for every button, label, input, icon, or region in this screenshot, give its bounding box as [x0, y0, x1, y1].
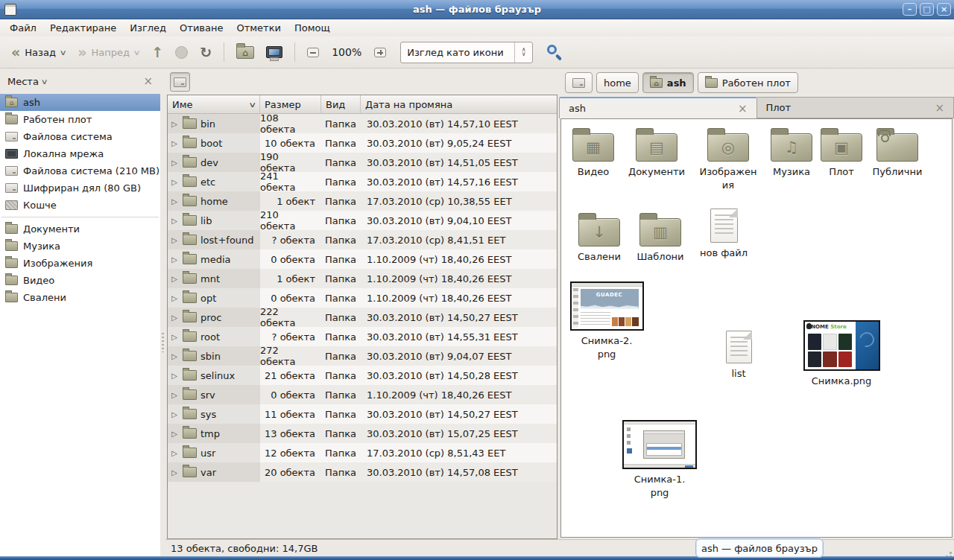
column-header-date[interactable]: Дата на промяна [361, 95, 557, 113]
sidebar-item-network[interactable]: Локална мрежа [0, 145, 160, 162]
table-row[interactable]: ▷bin108 обектаПапка30.03.2010 (вт) 14,57… [168, 114, 557, 133]
sidebar-item-pictures[interactable]: Изображения [0, 255, 160, 272]
menu-file[interactable]: Файл [3, 20, 43, 36]
breadcrumb-root[interactable] [565, 72, 593, 93]
table-row[interactable]: ▷dev190 обектаПапка30.03.2010 (вт) 14,51… [168, 153, 557, 172]
expander-icon[interactable]: ▷ [170, 178, 179, 186]
sidebar-item-desktop[interactable]: Работен плот [0, 111, 160, 128]
stop-button[interactable] [170, 43, 193, 62]
close-button[interactable]: × [937, 3, 951, 16]
breadcrumb-ash[interactable]: ⌂ ash [642, 72, 694, 93]
expander-icon[interactable]: ▷ [170, 236, 179, 244]
table-row[interactable]: ▷lib210 обектаПапка30.03.2010 (вт) 9,04,… [168, 211, 557, 230]
combo-spin-icon[interactable]: ∧∨ [514, 42, 532, 63]
table-row[interactable]: ▷boot10 обектаПапка30.03.2010 (вт) 9,05,… [168, 133, 557, 153]
sidebar-header-label[interactable]: Места [7, 76, 39, 87]
table-row[interactable]: ▷sys11 обектаПапка30.03.2010 (вт) 14,50,… [168, 404, 557, 424]
expander-icon[interactable]: ▷ [170, 352, 179, 360]
expander-icon[interactable]: ▷ [170, 333, 179, 341]
table-row[interactable]: ▷usr12 обектаПапка17.03.2010 (ср) 8,51,4… [168, 443, 557, 462]
forward-button[interactable]: » Напред ∨ [72, 43, 145, 61]
expander-icon[interactable]: ▷ [170, 294, 179, 302]
breadcrumb-home[interactable]: home [596, 72, 639, 93]
column-header-size[interactable]: Размер [260, 95, 321, 113]
sidebar-item-music[interactable]: Музика [0, 238, 160, 255]
folder-public[interactable]: Публични [867, 127, 928, 179]
zoom-out-button[interactable] [302, 45, 324, 60]
expander-icon[interactable]: ▷ [170, 217, 179, 225]
menu-edit[interactable]: Редактиране [43, 20, 123, 36]
breadcrumb-desktop[interactable]: Работен плот [698, 72, 798, 93]
search-button[interactable] [545, 43, 563, 61]
table-row[interactable]: ▷mnt1 обектПапка1.10.2009 (чт) 18,40,26 … [168, 269, 557, 288]
sidebar-close-icon[interactable]: × [143, 74, 153, 88]
sidebar-header-caret-icon[interactable]: ∨ [40, 77, 48, 86]
computer-button[interactable] [261, 43, 288, 61]
sidebar-item-filesystem[interactable]: Файлова система [0, 128, 160, 145]
sidebar-item-video[interactable]: Видео [0, 272, 160, 289]
folder-video[interactable]: ▦ Видео [566, 127, 621, 179]
up-button[interactable]: ↑ [146, 43, 168, 61]
expander-icon[interactable]: ▷ [170, 449, 179, 457]
minimize-button[interactable]: – [903, 3, 917, 16]
folder-pictures[interactable]: ◎ Изображения [695, 127, 761, 191]
tab-close-icon[interactable]: × [738, 102, 748, 115]
folder-music[interactable]: ♫ Музика [762, 127, 821, 179]
folder-documents[interactable]: ▤ Документи [622, 127, 691, 179]
expander-icon[interactable]: ▷ [170, 255, 179, 264]
table-row[interactable]: ▷srv0 обектаПапка1.10.2009 (чт) 18,40,26… [168, 385, 557, 404]
expander-icon[interactable]: ▷ [170, 197, 179, 206]
sidebar-item-trash[interactable]: Кошче [0, 197, 160, 214]
table-row[interactable]: ▷sbin272 обектаПапка30.03.2010 (вт) 9,04… [168, 346, 557, 366]
view-mode-select[interactable]: Изглед като икони ∧∨ [400, 42, 533, 63]
zoom-in-button[interactable] [369, 45, 391, 60]
table-row[interactable]: ▷tmp13 обектаПапка30.03.2010 (вт) 15,07,… [168, 424, 557, 443]
column-header-name[interactable]: Име ∨ [168, 95, 260, 113]
expander-icon[interactable]: ▷ [170, 372, 179, 380]
table-row[interactable]: ▷lost+found? обектаПапка17.03.2010 (ср) … [168, 230, 557, 249]
root-location-button[interactable] [170, 72, 190, 92]
folder-templates[interactable]: ▥ Шаблони [631, 211, 689, 264]
table-row[interactable]: ▷proc222 обектаПапка30.03.2010 (вт) 14,5… [168, 308, 557, 327]
table-row[interactable]: ▷selinux21 обектаПапка30.03.2010 (вт) 14… [168, 366, 557, 385]
expander-icon[interactable]: ▷ [170, 275, 179, 283]
tab-ash[interactable]: ash × [559, 97, 757, 118]
pane-splitter[interactable] [160, 69, 165, 556]
menu-bookmarks[interactable]: Отметки [230, 20, 287, 36]
tab-plot[interactable]: Плот × [757, 97, 954, 118]
folder-downloads[interactable]: ↓ Свалени [572, 211, 627, 264]
expander-icon[interactable]: ▷ [170, 120, 179, 128]
folder-desktop[interactable]: ▣ Плот [818, 127, 865, 179]
table-row[interactable]: ▷root? обектаПапка30.03.2010 (вт) 14,55,… [168, 327, 557, 346]
expander-icon[interactable]: ▷ [170, 139, 179, 147]
file-snimka-1-png[interactable]: Снимка-1.png [621, 420, 698, 499]
expander-icon[interactable]: ▷ [170, 430, 179, 438]
home-button[interactable]: ⌂ [231, 43, 259, 62]
titlebar[interactable]: ash — файлов браузър – □ × [0, 0, 954, 19]
taskbar-window-button[interactable]: ash — файлов браузър [695, 538, 824, 558]
table-row[interactable]: ▷home1 обектПапка17.03.2010 (ср) 10,38,5… [168, 191, 557, 211]
expander-icon[interactable]: ▷ [170, 468, 179, 477]
file-new-file[interactable]: нов файл [694, 209, 754, 260]
menu-go[interactable]: Отиване [173, 20, 230, 36]
sidebar-item-downloads[interactable]: Свалени [0, 289, 160, 306]
file-list[interactable]: list [709, 331, 768, 381]
sidebar-item-encrypted-80gb[interactable]: Шифриран дял (80 GB) [0, 179, 160, 197]
table-row[interactable]: ▷media0 обектаПапка1.10.2009 (чт) 18,40,… [168, 249, 557, 269]
expander-icon[interactable]: ▷ [170, 391, 179, 399]
sidebar-item-ash[interactable]: ⌂ ash [0, 94, 160, 111]
sidebar-item-filesystem-210mb[interactable]: Файлова система (210 MB) [0, 162, 160, 179]
file-snimka-2-png[interactable]: GUADEC Снимка-2.png [569, 281, 645, 360]
table-row[interactable]: ▷var20 обектаПапка30.03.2010 (вт) 14,57,… [168, 462, 557, 482]
expander-icon[interactable]: ▷ [170, 410, 179, 419]
expander-icon[interactable]: ▷ [170, 314, 179, 322]
maximize-button[interactable]: □ [920, 3, 934, 16]
sidebar-item-documents[interactable]: Документи [0, 220, 160, 238]
tab-close-icon[interactable]: × [935, 101, 944, 115]
menu-help[interactable]: Помощ [288, 20, 337, 36]
reload-button[interactable]: ↻ [195, 43, 217, 61]
expander-icon[interactable]: ▷ [170, 159, 179, 167]
table-row[interactable]: ▷opt0 обектаПапка1.10.2009 (чт) 18,40,26… [168, 288, 557, 308]
column-header-type[interactable]: Вид [321, 95, 361, 113]
icon-view[interactable]: ▦ Видео ▤ Документи ◎ Изображения ♫ Музи… [560, 118, 953, 538]
